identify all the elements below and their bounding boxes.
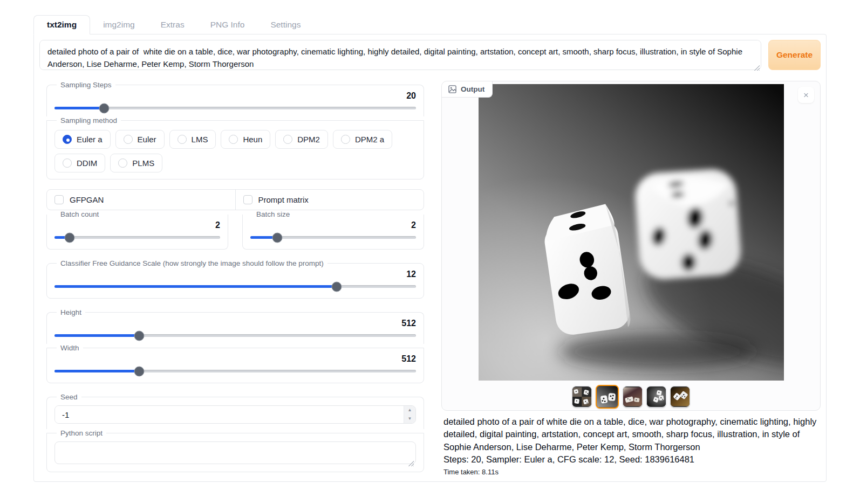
generation-info: detailed photo of a pair of white die on… xyxy=(441,411,821,476)
sampler-option-label: Euler xyxy=(138,135,156,144)
checkbox-icon xyxy=(243,195,252,204)
sampler-option-dpm2-a[interactable]: DPM2 a xyxy=(333,130,392,149)
caption-time-taken: Time taken: 8.11s xyxy=(443,468,820,476)
python-script-input[interactable] xyxy=(54,441,416,464)
sampler-option-heun[interactable]: Heun xyxy=(221,130,270,149)
seed-input[interactable] xyxy=(55,406,404,423)
spinner-down-icon[interactable]: ▼ xyxy=(404,415,415,423)
gfpgan-label: GFPGAN xyxy=(70,195,104,204)
sampler-option-label: DPM2 a xyxy=(355,135,384,144)
sampling-method-group: Sampling method Euler a Euler LMS xyxy=(46,116,424,179)
sampler-option-label: Heun xyxy=(243,135,262,144)
height-slider[interactable] xyxy=(54,330,416,341)
batch-count-slider[interactable] xyxy=(54,232,220,243)
prompt-matrix-checkbox[interactable]: Prompt matrix xyxy=(235,190,424,210)
sampling-steps-slider[interactable] xyxy=(54,102,416,113)
caption-parameters: Steps: 20, Sampler: Euler a, CFG scale: … xyxy=(443,453,820,466)
python-script-label: Python script xyxy=(57,429,106,437)
sampling-steps-label: Sampling Steps xyxy=(57,81,115,89)
gallery-thumbnail-2-selected[interactable] xyxy=(596,385,619,409)
batch-size-label: Batch size xyxy=(252,210,294,218)
caption-prompt: detailed photo of a pair of white die on… xyxy=(443,416,820,453)
gfpgan-checkbox[interactable]: GFPGAN xyxy=(47,190,235,210)
sampler-option-euler-a[interactable]: Euler a xyxy=(54,130,111,149)
sampling-steps-group: Sampling Steps 20 xyxy=(46,81,424,116)
slider-handle[interactable] xyxy=(64,232,74,243)
slider-handle[interactable] xyxy=(99,103,109,113)
tab-bar: txt2img img2img Extras PNG Info Settings xyxy=(33,13,827,34)
sampler-option-ddim[interactable]: DDIM xyxy=(54,154,105,172)
tab-txt2img[interactable]: txt2img xyxy=(33,15,90,34)
gallery-thumbnails xyxy=(442,385,820,409)
sampler-option-plms[interactable]: PLMS xyxy=(110,154,162,172)
sampler-option-dpm2[interactable]: DPM2 xyxy=(275,130,328,149)
batch-size-value: 2 xyxy=(250,220,416,230)
output-label: Output xyxy=(461,85,484,93)
prompt-input[interactable]: detailed photo of a pair of white die on… xyxy=(39,40,761,70)
generated-image[interactable] xyxy=(479,84,784,381)
txt2img-panel: detailed photo of a pair of white die on… xyxy=(33,34,827,482)
cfg-scale-value: 12 xyxy=(54,270,416,279)
slider-handle[interactable] xyxy=(134,330,144,341)
sampler-option-label: Euler a xyxy=(77,135,103,144)
sampling-steps-value: 20 xyxy=(54,91,416,101)
seed-label: Seed xyxy=(57,393,81,401)
width-value: 512 xyxy=(54,354,416,364)
prompt-matrix-label: Prompt matrix xyxy=(258,195,309,204)
cfg-scale-label: Classifier Free Guidance Scale (how stro… xyxy=(57,259,327,267)
settings-column: Sampling Steps 20 Sampling method Euler … xyxy=(46,81,424,472)
radio-icon xyxy=(178,135,187,144)
slider-handle[interactable] xyxy=(134,366,144,376)
output-column: Output × xyxy=(441,81,821,476)
batch-count-group: Batch count 2 xyxy=(46,210,228,250)
radio-icon xyxy=(283,135,292,144)
radio-icon xyxy=(118,158,127,168)
batch-size-slider[interactable] xyxy=(250,232,416,243)
output-gallery-panel: Output × xyxy=(441,81,821,411)
slider-handle[interactable] xyxy=(272,232,283,243)
cfg-scale-group: Classifier Free Guidance Scale (how stro… xyxy=(46,259,424,299)
radio-icon xyxy=(124,135,133,144)
prompt-row: detailed photo of a pair of white die on… xyxy=(39,40,821,72)
height-group: Height 512 xyxy=(46,308,424,344)
width-slider[interactable] xyxy=(54,365,416,376)
radio-icon xyxy=(63,158,72,168)
sampling-method-label: Sampling method xyxy=(57,116,121,125)
height-value: 512 xyxy=(54,319,416,328)
seed-group: Seed ▲ ▼ xyxy=(46,393,424,429)
slider-handle[interactable] xyxy=(331,281,342,292)
radio-icon xyxy=(229,135,238,144)
checkbox-icon xyxy=(54,195,64,204)
spinner-up-icon[interactable]: ▲ xyxy=(404,406,415,415)
sampler-option-label: LMS xyxy=(192,135,208,144)
seed-spinner: ▲ ▼ xyxy=(404,406,415,423)
gallery-thumbnail-4[interactable] xyxy=(646,386,666,408)
batch-size-group: Batch size 2 xyxy=(242,210,424,250)
batch-count-label: Batch count xyxy=(57,210,103,218)
batch-count-value: 2 xyxy=(54,220,220,230)
radio-icon xyxy=(341,135,350,144)
tab-settings[interactable]: Settings xyxy=(257,16,313,34)
tab-extras[interactable]: Extras xyxy=(148,16,197,34)
sampler-option-euler[interactable]: Euler xyxy=(115,130,165,149)
sampler-option-label: PLMS xyxy=(132,158,154,168)
batch-row: Batch count 2 Batch size 2 xyxy=(46,210,424,250)
gallery-thumbnail-3[interactable] xyxy=(623,386,643,408)
width-group: Width 512 xyxy=(46,344,424,383)
sampler-option-lms[interactable]: LMS xyxy=(169,130,216,149)
toggles-row: GFPGAN Prompt matrix xyxy=(46,189,424,210)
tab-png-info[interactable]: PNG Info xyxy=(197,16,258,34)
sampler-option-label: DPM2 xyxy=(297,135,320,144)
cfg-scale-slider[interactable] xyxy=(54,281,416,292)
close-icon[interactable]: × xyxy=(798,87,814,103)
width-label: Width xyxy=(57,344,83,352)
generate-button[interactable]: Generate xyxy=(768,40,821,70)
output-chip: Output xyxy=(442,81,493,98)
gallery-thumbnail-5[interactable] xyxy=(670,386,690,408)
python-script-group: Python script xyxy=(46,429,424,472)
height-label: Height xyxy=(57,308,85,316)
gallery-thumbnail-1[interactable] xyxy=(572,386,592,408)
picture-icon xyxy=(448,85,456,93)
radio-icon xyxy=(63,135,72,144)
tab-img2img[interactable]: img2img xyxy=(90,16,148,34)
